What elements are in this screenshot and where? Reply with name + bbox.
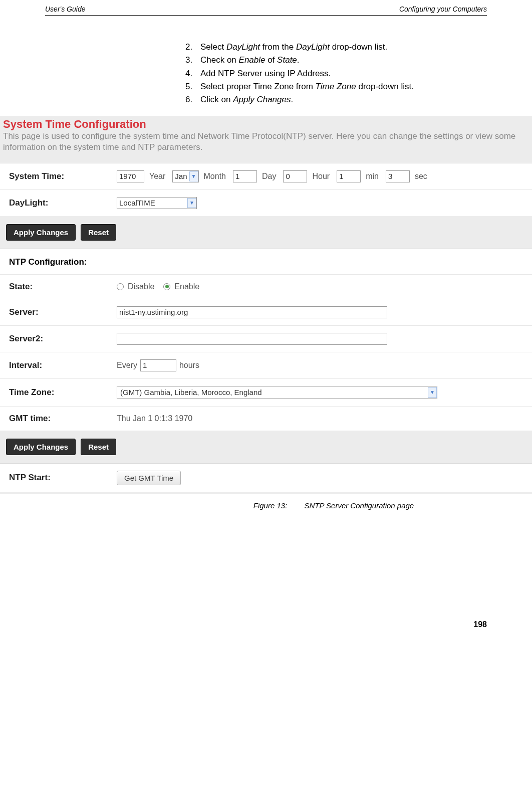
figure-number: Figure 13: bbox=[253, 501, 288, 510]
day-input[interactable] bbox=[233, 170, 257, 182]
daylight-select[interactable]: LocalTIME▼ bbox=[117, 197, 197, 209]
enable-text: Enable bbox=[174, 282, 199, 291]
server-label: Server: bbox=[9, 307, 117, 317]
ntp-start-label: NTP Start: bbox=[9, 473, 117, 483]
step-num: 6. bbox=[185, 93, 200, 106]
year-unit: Year bbox=[149, 172, 165, 181]
get-gmt-time-button[interactable]: Get GMT Time bbox=[117, 471, 181, 485]
sec-unit: sec bbox=[415, 172, 427, 181]
month-unit: Month bbox=[204, 172, 226, 181]
header-left: User's Guide bbox=[45, 5, 85, 13]
state-label: State: bbox=[9, 282, 117, 292]
disable-text: Disable bbox=[128, 282, 154, 291]
step-text: Check on Enable of State. bbox=[200, 54, 300, 67]
daylight-row: DayLight: LocalTIME▼ bbox=[0, 190, 532, 216]
step-text: Add NTP Server using IP Address. bbox=[200, 67, 331, 80]
button-bar: Apply Changes Reset bbox=[0, 216, 532, 249]
disable-radio[interactable] bbox=[117, 283, 124, 290]
server2-label: Server2: bbox=[9, 334, 117, 344]
server-row: Server: bbox=[0, 299, 532, 326]
interval-input[interactable] bbox=[140, 359, 176, 371]
min-input[interactable] bbox=[337, 170, 361, 182]
reset-button[interactable]: Reset bbox=[81, 439, 116, 455]
step-num: 4. bbox=[185, 67, 200, 80]
gmt-time-value: Thu Jan 1 0:1:3 1970 bbox=[117, 414, 192, 423]
system-time-row: System Time: Year Jan▼ Month Day Hour mi… bbox=[0, 163, 532, 190]
step-text: Select DayLight from the DayLight drop-d… bbox=[200, 41, 387, 54]
step-text: Click on Apply Changes. bbox=[200, 93, 293, 106]
ntp-start-row: NTP Start: Get GMT Time bbox=[0, 464, 532, 492]
header-right: Configuring your Computers bbox=[399, 5, 487, 13]
server2-row: Server2: bbox=[0, 326, 532, 352]
step-num: 3. bbox=[185, 54, 200, 67]
config-title: System Time Configuration bbox=[0, 116, 532, 131]
interval-prefix: Every bbox=[117, 361, 137, 370]
gmt-time-row: GMT time: Thu Jan 1 0:1:3 1970 bbox=[0, 407, 532, 431]
page-number: 198 bbox=[0, 510, 532, 639]
button-bar: Apply Changes Reset bbox=[0, 431, 532, 463]
month-select[interactable]: Jan▼ bbox=[172, 170, 198, 182]
apply-changes-button[interactable]: Apply Changes bbox=[6, 439, 76, 455]
interval-unit: hours bbox=[179, 361, 199, 370]
state-row: State: Disable Enable bbox=[0, 275, 532, 299]
chevron-down-icon: ▼ bbox=[189, 171, 198, 181]
ntp-config-header: NTP Configuration: bbox=[0, 249, 532, 275]
hour-unit: Hour bbox=[312, 172, 330, 181]
interval-row: Interval: Every hours bbox=[0, 352, 532, 379]
enable-radio[interactable] bbox=[163, 283, 170, 290]
interval-label: Interval: bbox=[9, 360, 117, 370]
gmt-time-label: GMT time: bbox=[9, 414, 117, 424]
figure-caption: Figure 13: SNTP Server Configuration pag… bbox=[135, 501, 532, 510]
hour-input[interactable] bbox=[283, 170, 307, 182]
instruction-steps: 2.Select DayLight from the DayLight drop… bbox=[185, 41, 532, 107]
figure-text: SNTP Server Configuration page bbox=[304, 501, 414, 510]
timezone-label: Time Zone: bbox=[9, 387, 117, 398]
chevron-down-icon: ▼ bbox=[187, 198, 196, 208]
timezone-select[interactable]: (GMT) Gambia, Liberia, Morocco, England▼ bbox=[117, 386, 437, 399]
config-description: This page is used to configure the syste… bbox=[0, 131, 532, 163]
step-num: 5. bbox=[185, 80, 200, 93]
day-unit: Day bbox=[262, 172, 276, 181]
server2-input[interactable] bbox=[117, 333, 387, 345]
reset-button[interactable]: Reset bbox=[81, 224, 116, 241]
timezone-row: Time Zone: (GMT) Gambia, Liberia, Morocc… bbox=[0, 379, 532, 407]
screenshot-panel: System Time Configuration This page is u… bbox=[0, 116, 532, 494]
apply-changes-button[interactable]: Apply Changes bbox=[6, 224, 76, 241]
step-num: 2. bbox=[185, 41, 200, 54]
min-unit: min bbox=[366, 172, 379, 181]
step-text: Select proper Time Zone from Time Zone d… bbox=[200, 80, 414, 93]
sec-input[interactable] bbox=[386, 170, 410, 182]
daylight-label: DayLight: bbox=[9, 198, 117, 208]
year-input[interactable] bbox=[117, 170, 144, 182]
page-header: User's Guide Configuring your Computers bbox=[45, 0, 487, 16]
system-time-label: System Time: bbox=[9, 171, 117, 181]
chevron-down-icon: ▼ bbox=[428, 387, 437, 398]
server-input[interactable] bbox=[117, 306, 387, 318]
